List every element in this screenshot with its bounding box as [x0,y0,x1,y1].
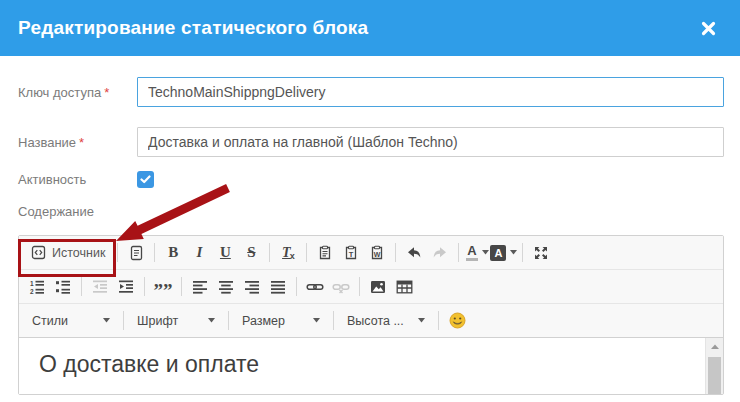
name-label: Название* [18,127,137,150]
paste-icon [317,245,333,261]
bg-color-button[interactable]: A [490,240,517,265]
activity-checkbox[interactable] [137,171,154,188]
toolbar-separator [228,311,229,330]
redo-icon [432,246,448,260]
maximize-button[interactable] [528,240,554,265]
chevron-down-icon [418,318,425,323]
underline-button[interactable]: U [212,240,238,265]
content-heading: О доставке и оплате [39,351,723,378]
toolbar-separator [333,311,334,330]
editor-scrollbar[interactable] [705,338,723,394]
toolbar-separator [458,243,459,262]
name-input[interactable] [137,127,724,157]
editor-content-area[interactable]: О доставке и оплате [19,338,723,394]
font-dropdown[interactable]: Шрифт [129,308,223,333]
content-label: Содержание [18,204,137,219]
outdent-button[interactable] [87,274,113,299]
svg-text:T: T [349,249,354,258]
underline-icon: U [220,245,231,260]
italic-button[interactable]: I [186,240,212,265]
access-key-row: Ключ доступа* [18,77,724,107]
font-dropdown-label: Шрифт [137,314,178,328]
paste-word-icon: W [369,245,385,261]
bold-button[interactable]: B [160,240,186,265]
strikethrough-icon: S [247,245,255,260]
templates-button[interactable] [123,240,149,265]
source-code-icon [31,245,46,260]
paste-word-button[interactable]: W [364,240,390,265]
bold-icon: B [168,245,178,260]
align-left-button[interactable] [187,274,213,299]
source-button-label: Источник [52,246,105,260]
toolbar-separator [359,277,360,296]
strikethrough-button[interactable]: S [238,240,264,265]
toolbar-row-2: 12 ”” [19,270,723,304]
text-color-icon: A [466,244,477,261]
indent-button[interactable] [113,274,139,299]
align-center-button[interactable] [213,274,239,299]
styles-dropdown[interactable]: Стили [24,308,118,333]
activity-row: Активность [18,171,724,188]
chevron-down-icon [313,318,320,323]
blockquote-icon: ”” [154,286,173,296]
chevron-down-icon [510,250,517,255]
image-icon [370,279,386,295]
modal-body: Ключ доступа* Название* Активность Содер… [0,56,740,395]
outdent-icon [92,279,108,295]
svg-text:1: 1 [30,279,34,286]
toolbar-row-3: Стили Шрифт Размер Высота ... [19,304,723,338]
text-color-button[interactable]: A [464,240,490,265]
align-right-icon [244,279,260,295]
scrollbar-up-button[interactable] [706,338,723,355]
toolbar-separator [117,243,118,262]
remove-format-button[interactable]: Tx [275,240,301,265]
size-dropdown[interactable]: Размер [234,308,328,333]
paste-text-button[interactable]: T [338,240,364,265]
justify-button[interactable] [265,274,291,299]
toolbar-separator [144,277,145,296]
line-height-dropdown[interactable]: Высота ... [339,308,433,333]
source-button[interactable]: Источник [24,240,112,265]
wysiwyg-editor: Источник B I U S Tx T [18,235,724,395]
styles-dropdown-label: Стили [32,314,68,328]
access-key-input[interactable] [137,77,724,107]
size-dropdown-label: Размер [242,314,285,328]
blockquote-button[interactable]: ”” [150,274,176,299]
required-asterisk: * [79,135,84,150]
justify-icon [270,279,286,295]
indent-icon [118,279,134,295]
bg-color-icon: A [490,245,506,261]
paste-text-icon: T [343,245,359,261]
toolbar-separator [154,243,155,262]
maximize-icon [533,245,549,261]
scrollbar-thumb[interactable] [708,357,721,394]
undo-button[interactable] [401,240,427,265]
template-document-icon [129,245,144,261]
bullet-list-button[interactable] [50,274,76,299]
chevron-down-icon [208,318,215,323]
toolbar-separator [296,277,297,296]
link-button[interactable] [302,274,328,299]
toolbar-row-1: Источник B I U S Tx T [19,236,723,270]
italic-icon: I [196,245,202,260]
ordered-list-icon: 12 [29,279,45,295]
align-center-icon [218,279,234,295]
redo-button[interactable] [427,240,453,265]
paste-button[interactable] [312,240,338,265]
chevron-down-icon [103,318,110,323]
align-right-button[interactable] [239,274,265,299]
unlink-button[interactable] [328,274,354,299]
access-key-label: Ключ доступа* [18,77,137,100]
ordered-list-button[interactable]: 12 [24,274,50,299]
svg-text:2: 2 [30,287,34,294]
smiley-button[interactable] [444,308,470,333]
table-button[interactable] [391,274,417,299]
required-asterisk: * [104,85,109,100]
toolbar-separator [181,277,182,296]
image-button[interactable] [365,274,391,299]
activity-label: Активность [18,172,137,187]
close-button[interactable] [694,14,722,42]
undo-icon [406,246,422,260]
link-icon [306,279,324,295]
toolbar-separator [123,311,124,330]
